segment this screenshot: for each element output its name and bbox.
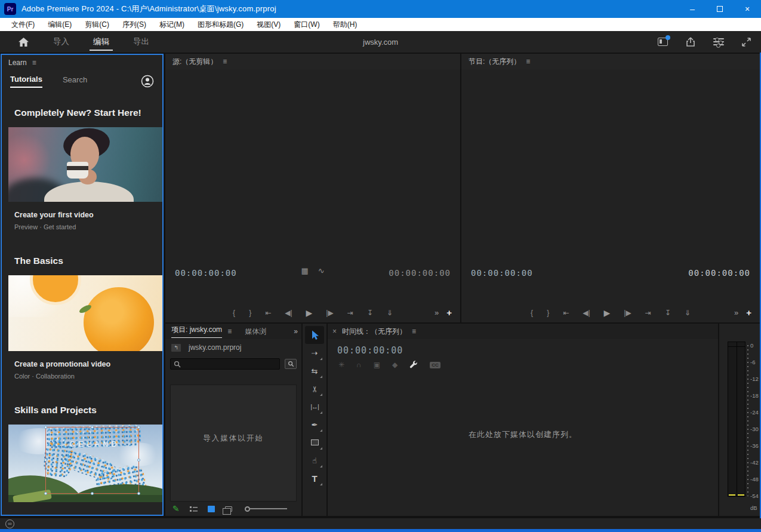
media-browser-tab[interactable]: 媒体浏 [245,327,276,337]
captions-icon[interactable]: CC [430,362,440,368]
insert-as-sequence-icon[interactable]: ✳ [338,361,344,369]
goto-out-button[interactable]: ⇥ [347,309,353,317]
titlebar: Pr Adobe Premiere Pro 2024 - C:\用户\Admin… [0,0,761,18]
ripple-edit-tool[interactable]: ⇆ [305,362,324,380]
goto-out-button[interactable]: ⇥ [645,309,651,317]
close-panel-icon[interactable]: × [332,327,337,336]
mark-out-button[interactable]: } [249,309,251,317]
selection-tool[interactable] [305,326,324,344]
learn-panel: Learn ≡ Tutorials Search Completely New?… [1,54,164,516]
tab-import[interactable]: 导入 [53,31,69,53]
panel-menu-icon[interactable]: ≡ [526,57,530,66]
razor-tool[interactable]: ✂ [305,380,324,398]
slider-knob[interactable] [245,506,250,512]
mark-out-button[interactable]: } [547,309,549,317]
menu-help[interactable]: 帮助(H) [326,18,364,31]
find-button[interactable] [285,359,297,369]
menu-view[interactable]: 视图(V) [250,18,287,31]
step-back-button[interactable]: ◀| [285,309,292,317]
panel-menu-icon[interactable]: ≡ [32,59,36,67]
tutorial-card-title[interactable]: Create your first video [14,211,162,219]
scale-label: -36 [750,442,759,449]
mark-in-button[interactable]: { [531,309,533,317]
menu-edit[interactable]: 编辑(E) [41,18,78,31]
more-buttons-chevron[interactable]: » [435,308,439,317]
play-button[interactable]: ▶ [306,308,313,318]
panel-menu-icon[interactable]: ≡ [412,327,416,336]
step-forward-button[interactable]: |▶ [624,309,631,317]
goto-in-button[interactable]: ⇤ [265,309,271,317]
add-marker-icon[interactable]: ◆ [392,361,398,369]
home-button[interactable] [18,37,29,47]
thumbnail-zoom-slider[interactable] [245,506,287,512]
track-select-forward-tool[interactable]: ⇢ [305,344,324,362]
step-forward-button[interactable]: |▶ [326,309,333,317]
hand-tool[interactable]: ☝ [305,451,324,469]
account-button[interactable] [140,73,155,89]
menu-file[interactable]: 文件(F) [5,18,41,31]
learn-panel-tab[interactable]: Learn [8,59,27,67]
panel-menu-icon[interactable]: ≡ [227,327,232,336]
project-writable-icon[interactable]: ✎ [172,504,180,513]
pen-tool[interactable]: ✒ [305,416,324,433]
search-input[interactable] [171,360,279,367]
tab-edit[interactable]: 编辑 [93,31,109,53]
drag-audio-only-icon[interactable]: ∿ [318,266,325,275]
program-monitor-tab[interactable]: 节目:（无序列） [469,57,520,67]
timeline-tab[interactable]: 时间线：（无序列） [342,327,406,337]
snap-magnet-icon[interactable]: ∩ [356,361,362,369]
menu-clip[interactable]: 剪辑(C) [78,18,116,31]
project-tab[interactable]: 项目: jwsky.com [171,325,222,338]
tutorial-card-image[interactable]: ICELAND [8,425,162,502]
overwrite-button[interactable]: ⇓ [387,309,393,317]
tutorial-card-image[interactable] [8,127,162,202]
tab-search[interactable]: Search [63,75,87,87]
menu-sequence[interactable]: 序列(S) [116,18,153,31]
tab-export[interactable]: 导出 [133,31,149,53]
type-tool[interactable]: T [305,469,324,487]
slip-tool[interactable]: |↔| [305,398,324,416]
creative-cloud-icon[interactable]: ∞ [5,519,14,528]
list-view-button[interactable] [190,506,198,512]
more-buttons-chevron[interactable]: » [734,308,738,317]
graphics-selection-box [45,427,139,494]
project-panel-tabbar: 项目: jwsky.com ≡ 媒体浏 » [165,324,301,339]
quick-export-button[interactable] [685,36,696,47]
tab-tutorials[interactable]: Tutorials [10,75,42,88]
freeform-view-button[interactable] [225,506,232,512]
drag-video-only-icon[interactable]: ▦ [301,266,308,275]
maximize-button[interactable] [706,0,734,18]
close-button[interactable]: × [734,0,761,18]
timeline-settings-wrench-icon[interactable] [409,361,418,369]
panel-menu-icon[interactable]: ≡ [223,57,227,66]
goto-in-button[interactable]: ⇤ [563,309,569,317]
tutorial-card-image[interactable] [8,275,162,351]
menu-window[interactable]: 窗口(W) [287,18,326,31]
project-filename[interactable]: jwsky.com.prproj [189,343,241,352]
linked-selection-icon[interactable]: ▣ [374,361,380,369]
mark-in-button[interactable]: { [233,309,235,317]
minimize-button[interactable]: – [679,0,706,18]
lift-button[interactable]: ↧ [665,309,671,317]
tutorial-card-meta: Color · Collaboration [14,373,162,380]
menu-graphics-titles[interactable]: 图形和标题(G) [191,18,250,31]
ripple-edit-icon: ⇆ [312,367,318,376]
workspaces-button[interactable] [713,38,724,45]
menu-markers[interactable]: 标记(M) [153,18,191,31]
insert-button[interactable]: ↧ [367,309,373,317]
project-name: jwsky.com [363,38,398,47]
project-root-icon[interactable]: ↰ [171,344,181,352]
rectangle-tool[interactable] [305,433,324,451]
source-monitor-tab[interactable]: 源:（无剪辑） [172,57,217,67]
progress-dashboard-button[interactable] [658,38,668,46]
fullscreen-button[interactable] [741,37,751,47]
project-empty-area[interactable]: 导入媒体以开始 [170,385,297,502]
icon-view-button[interactable] [208,506,215,512]
step-back-button[interactable]: ◀| [583,309,590,317]
tab-overflow-chevron[interactable]: » [294,327,297,336]
button-editor-add[interactable]: + [746,307,751,318]
button-editor-add[interactable]: + [446,307,452,318]
tutorial-card-title[interactable]: Create a promotional video [14,360,162,368]
play-button[interactable]: ▶ [604,308,611,318]
extract-button[interactable]: ⇓ [685,309,691,317]
